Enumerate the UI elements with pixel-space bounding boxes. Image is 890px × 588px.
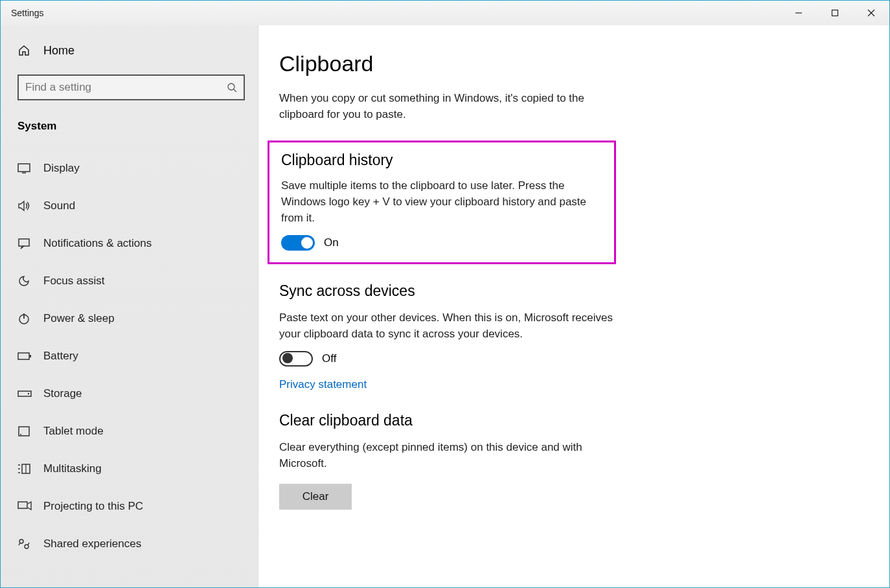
svg-rect-22 [18, 502, 27, 508]
page-intro: When you copy or cut something in Window… [279, 91, 622, 122]
clear-title: Clear clipboard data [279, 412, 857, 429]
sidebar: Home System Display Sound Notifications … [1, 25, 258, 587]
home-button[interactable]: Home [1, 32, 258, 69]
tablet-icon [17, 425, 36, 437]
sidebar-item-label: Shared experiences [43, 537, 141, 550]
svg-point-4 [228, 84, 234, 90]
svg-rect-1 [832, 10, 838, 16]
sidebar-item-label: Storage [43, 387, 82, 400]
notifications-icon [17, 238, 36, 249]
sidebar-item-label: Focus assist [43, 275, 104, 288]
svg-point-16 [20, 434, 21, 435]
minimize-button[interactable] [781, 1, 817, 25]
titlebar: Settings [1, 1, 889, 25]
clipboard-history-state: On [324, 236, 339, 249]
svg-rect-6 [18, 164, 30, 172]
close-button[interactable] [853, 1, 889, 25]
sound-icon [17, 200, 36, 212]
sidebar-item-sound[interactable]: Sound [1, 187, 258, 225]
focus-assist-icon [17, 275, 36, 288]
content: Clipboard When you copy or cut something… [258, 25, 889, 587]
privacy-link[interactable]: Privacy statement [279, 378, 367, 391]
sidebar-item-label: Power & sleep [43, 312, 115, 325]
svg-rect-11 [18, 353, 29, 359]
sidebar-item-display[interactable]: Display [1, 150, 258, 187]
svg-line-25 [19, 543, 20, 545]
search-input[interactable] [17, 74, 245, 100]
sidebar-item-label: Tablet mode [43, 425, 104, 438]
sync-desc: Paste text on your other devices. When t… [279, 310, 622, 342]
storage-icon [17, 389, 36, 398]
maximize-button[interactable] [817, 1, 853, 25]
window-controls [781, 1, 889, 25]
clipboard-history-desc: Save multiple items to the clipboard to … [281, 178, 602, 226]
sidebar-item-multitasking[interactable]: Multitasking [1, 450, 258, 488]
svg-line-5 [234, 89, 236, 92]
power-icon [17, 312, 36, 325]
battery-icon [17, 352, 36, 361]
highlighted-section: Clipboard history Save multiple items to… [268, 141, 616, 264]
svg-line-26 [28, 543, 29, 545]
sidebar-item-label: Display [43, 162, 80, 175]
display-icon [17, 163, 36, 174]
svg-point-14 [28, 393, 29, 394]
clipboard-history-title: Clipboard history [281, 152, 602, 169]
svg-rect-12 [30, 355, 31, 357]
home-icon [17, 44, 36, 57]
window-title: Settings [11, 8, 44, 18]
sidebar-item-label: Multitasking [43, 462, 102, 475]
sidebar-item-focus-assist[interactable]: Focus assist [1, 262, 258, 300]
sidebar-item-battery[interactable]: Battery [1, 337, 258, 375]
sync-title: Sync across devices [279, 282, 857, 300]
sidebar-item-label: Notifications & actions [43, 237, 152, 250]
sync-toggle[interactable] [279, 351, 313, 367]
sidebar-item-label: Projecting to this PC [43, 500, 143, 513]
clipboard-history-toggle[interactable] [281, 235, 315, 251]
category-label: System [1, 108, 258, 141]
sidebar-item-shared-experiences[interactable]: Shared experiences [1, 525, 258, 563]
sidebar-item-label: Sound [43, 199, 75, 212]
search-field[interactable] [25, 81, 227, 94]
svg-rect-8 [19, 239, 29, 246]
nav-list: Display Sound Notifications & actions Fo… [1, 150, 258, 563]
projecting-icon [17, 501, 36, 512]
sidebar-item-projecting[interactable]: Projecting to this PC [1, 488, 258, 525]
search-icon [227, 82, 237, 93]
multitasking-icon [17, 464, 36, 474]
page-title: Clipboard [279, 51, 857, 76]
clear-button[interactable]: Clear [279, 484, 352, 510]
sidebar-item-storage[interactable]: Storage [1, 375, 258, 413]
home-label: Home [43, 44, 74, 58]
sidebar-item-notifications[interactable]: Notifications & actions [1, 225, 258, 262]
sync-state: Off [322, 352, 336, 365]
sidebar-item-tablet-mode[interactable]: Tablet mode [1, 413, 258, 450]
sidebar-item-power-sleep[interactable]: Power & sleep [1, 300, 258, 337]
shared-icon [17, 537, 36, 550]
clear-desc: Clear everything (except pinned items) o… [279, 440, 622, 471]
sidebar-item-label: Battery [43, 350, 78, 363]
